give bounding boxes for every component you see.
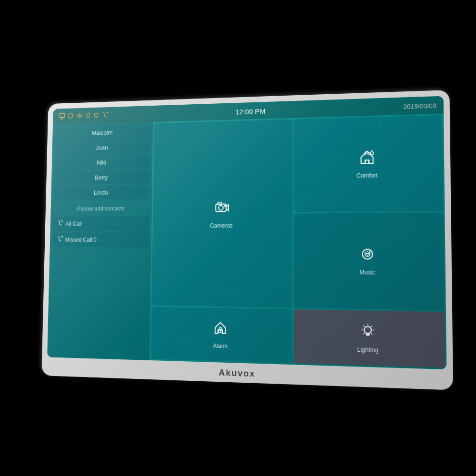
all-call-icon (57, 220, 63, 228)
alarm-tile[interactable]: Alarm (151, 307, 292, 363)
svg-point-24 (368, 252, 370, 253)
screen-bezel: 12:00 PM 2019/03/03 Malcolm Joan Niki Be… (47, 96, 446, 369)
camera-icon (212, 198, 231, 220)
volume-mute-icon (76, 112, 82, 120)
right-area: Cameras (149, 114, 446, 370)
svg-marker-4 (77, 113, 80, 118)
svg-rect-27 (220, 331, 220, 332)
refresh-icon (93, 112, 99, 120)
date-display: 2019/03/03 (403, 102, 436, 110)
shield-icon (68, 113, 74, 121)
svg-point-11 (218, 206, 223, 210)
svg-line-35 (363, 326, 364, 327)
music-icon (359, 246, 376, 266)
alarm-icon (212, 319, 228, 339)
lighting-icon (359, 323, 376, 344)
status-icons-group (59, 111, 109, 121)
all-call-button[interactable]: All Call (53, 216, 149, 231)
comfort-tile[interactable]: Comfort (294, 115, 443, 212)
all-call-label: All Call (65, 220, 81, 227)
main-content: Malcolm Joan Niki Betty Linda Please add… (47, 114, 446, 370)
bottom-row: Alarm (151, 307, 445, 368)
svg-rect-30 (367, 334, 369, 335)
svg-line-37 (363, 333, 364, 334)
contact-malcolm[interactable]: Malcolm (55, 125, 150, 140)
contact-linda[interactable]: Linda (54, 185, 149, 199)
cameras-tile[interactable]: Cameras (152, 119, 293, 308)
contact-joan[interactable]: Joan (55, 140, 150, 155)
svg-point-13 (224, 205, 226, 207)
top-grid: Cameras (152, 115, 445, 310)
svg-line-34 (371, 333, 372, 334)
screen-icon (59, 113, 65, 121)
screen: 12:00 PM 2019/03/03 Malcolm Joan Niki Be… (47, 96, 446, 369)
add-contacts-label: Please add contacts (53, 202, 149, 215)
comfort-label: Comfort (357, 172, 378, 179)
svg-point-22 (367, 253, 368, 255)
cameras-label: Cameras (210, 222, 233, 229)
lighting-tile[interactable]: Lighting (293, 309, 445, 368)
brand-label: Akuvox (218, 368, 255, 379)
svg-point-18 (370, 152, 373, 155)
missed-call-header-icon (102, 111, 108, 119)
alarm-label: Alarm (213, 342, 228, 349)
music-tile[interactable]: Music (294, 213, 445, 310)
comfort-icon (358, 149, 376, 169)
svg-rect-0 (60, 113, 65, 118)
missed-call-button[interactable]: Missed Call:0 (52, 232, 149, 247)
time-display: 12:00 PM (235, 107, 265, 116)
contact-niki[interactable]: Niki (54, 155, 150, 170)
svg-line-32 (371, 326, 372, 327)
missed-call-label: Missed Call:0 (65, 237, 97, 243)
svg-marker-7 (97, 113, 98, 115)
svg-point-28 (364, 326, 371, 333)
device: 12:00 PM 2019/03/03 Malcolm Joan Niki Be… (41, 90, 453, 390)
music-label: Music (359, 269, 375, 276)
phone-call-icon (85, 112, 91, 120)
missed-call-icon (57, 236, 63, 243)
lighting-label: Lighting (357, 346, 378, 354)
contacts-panel: Malcolm Joan Niki Betty Linda Please add… (47, 122, 153, 360)
contact-betty[interactable]: Betty (54, 170, 149, 185)
